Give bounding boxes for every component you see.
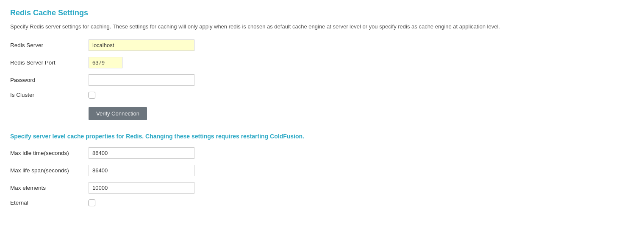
redis-port-row: Redis Server Port: [10, 57, 634, 68]
eternal-label: Eternal: [10, 200, 89, 206]
verify-connection-row: Verify Connection: [10, 104, 634, 123]
verify-connection-button[interactable]: Verify Connection: [89, 107, 147, 120]
redis-server-row: Redis Server: [10, 39, 634, 51]
redis-connection-section: Redis Server Redis Server Port Password …: [10, 39, 634, 123]
max-life-span-row: Max life span(seconds): [10, 165, 634, 176]
eternal-checkbox[interactable]: [89, 200, 95, 206]
max-elements-input[interactable]: [89, 182, 194, 194]
max-idle-time-row: Max idle time(seconds): [10, 147, 634, 159]
password-row: Password: [10, 74, 634, 86]
max-idle-time-input[interactable]: [89, 147, 194, 159]
password-input[interactable]: [89, 74, 194, 86]
max-idle-time-label: Max idle time(seconds): [10, 150, 89, 156]
eternal-row: Eternal: [10, 200, 634, 206]
max-life-span-label: Max life span(seconds): [10, 167, 89, 174]
redis-cache-properties-section: Max idle time(seconds) Max life span(sec…: [10, 147, 634, 206]
max-elements-label: Max elements: [10, 185, 89, 191]
is-cluster-label: Is Cluster: [10, 92, 89, 98]
redis-port-input[interactable]: [89, 57, 122, 68]
is-cluster-row: Is Cluster: [10, 92, 634, 98]
page-title: Redis Cache Settings: [10, 8, 634, 17]
is-cluster-checkbox[interactable]: [89, 92, 95, 98]
redis-server-label: Redis Server: [10, 42, 89, 48]
max-life-span-input[interactable]: [89, 165, 194, 176]
password-label: Password: [10, 77, 89, 83]
redis-port-label: Redis Server Port: [10, 59, 89, 66]
section-note: Specify server level cache properties fo…: [10, 133, 634, 140]
redis-server-input[interactable]: [89, 39, 194, 51]
max-elements-row: Max elements: [10, 182, 634, 194]
page-description: Specify Redis server settings for cachin…: [10, 22, 634, 31]
